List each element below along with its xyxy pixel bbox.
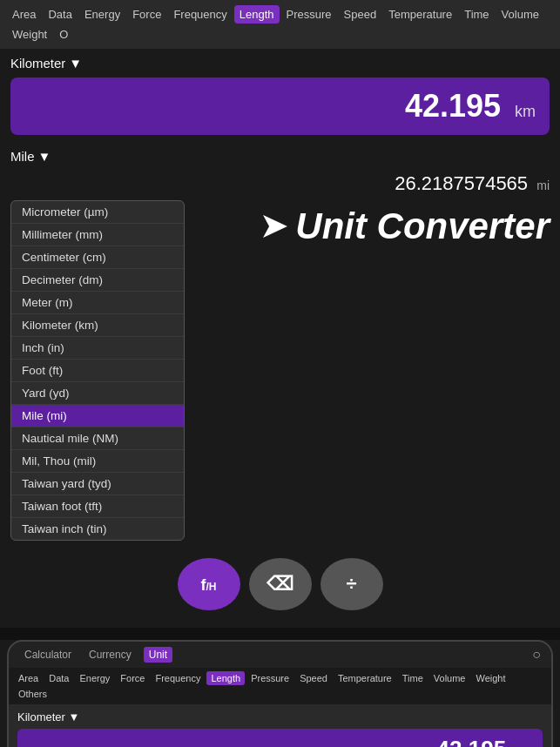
dropdown-item[interactable]: Taiwan inch (tin) bbox=[11, 518, 184, 540]
banner-text: Unit Converter bbox=[295, 205, 550, 247]
device-nav-item-others[interactable]: Others bbox=[14, 687, 51, 701]
divide-icon: ÷ bbox=[346, 573, 356, 596]
top-to-unit-label: Mile bbox=[10, 149, 35, 164]
dropdown-item[interactable]: Nautical mile (NM) bbox=[11, 427, 184, 450]
device-nav-item-frequency[interactable]: Frequency bbox=[151, 671, 205, 685]
unit-converter-banner: ➤ Unit Converter bbox=[260, 205, 550, 247]
device-tab-unit[interactable]: Unit bbox=[144, 647, 172, 663]
device-nav-item-force[interactable]: Force bbox=[116, 671, 149, 685]
dropdown-item[interactable]: Micrometer (µm) bbox=[11, 201, 184, 224]
top-from-unit-label: Kilometer bbox=[10, 56, 65, 71]
divide-button[interactable]: ÷ bbox=[320, 558, 383, 610]
device-dropdown-arrow-icon: ▼ bbox=[69, 710, 80, 723]
top-nav-item-volume[interactable]: Volume bbox=[496, 5, 544, 24]
section-divider bbox=[0, 628, 560, 640]
top-from-unit-dropdown[interactable]: Kilometer ▼ bbox=[10, 56, 82, 71]
device-from-unit-dropdown[interactable]: Kilometer ▼ bbox=[17, 710, 79, 723]
top-section: AreaDataEnergyForceFrequencyLengthPressu… bbox=[0, 0, 560, 628]
top-nav-item-temperature[interactable]: Temperature bbox=[383, 5, 457, 24]
device-close-button[interactable]: ○ bbox=[532, 647, 541, 663]
top-nav-item-data[interactable]: Data bbox=[43, 5, 77, 24]
device-from-value: 42.195 bbox=[437, 736, 507, 747]
fh-button[interactable]: f/H bbox=[178, 558, 240, 610]
dropdown-item[interactable]: Taiwan foot (tft) bbox=[11, 495, 184, 518]
device-nav-item-pressure[interactable]: Pressure bbox=[246, 671, 293, 685]
device-value-display: 42.195 km bbox=[17, 729, 543, 747]
dropdown-item[interactable]: Foot (ft) bbox=[11, 360, 184, 382]
top-from-unit-row: Kilometer ▼ bbox=[0, 49, 560, 77]
dropdown-item[interactable]: Decimeter (dm) bbox=[11, 269, 184, 292]
top-nav-item-energy[interactable]: Energy bbox=[79, 5, 125, 24]
device-frame: CalculatorCurrencyUnit ○ AreaDataEnergyF… bbox=[7, 640, 553, 747]
device-nav-item-time[interactable]: Time bbox=[398, 671, 428, 685]
top-to-unit-row: Mile ▼ bbox=[0, 142, 560, 171]
backspace-button[interactable]: ⌫ bbox=[249, 558, 312, 610]
top-nav-item-force[interactable]: Force bbox=[127, 5, 166, 24]
top-from-value: 42.195 bbox=[405, 88, 501, 124]
top-nav-item-length[interactable]: Length bbox=[234, 5, 280, 24]
top-to-value: 26.2187574565 bbox=[395, 172, 528, 194]
top-to-unit-badge: mi bbox=[536, 178, 550, 192]
device-tab-currency[interactable]: Currency bbox=[84, 647, 137, 663]
top-nav-item-time[interactable]: Time bbox=[459, 5, 494, 24]
device-nav-item-weight[interactable]: Weight bbox=[471, 671, 509, 685]
top-dropdown-panel: Micrometer (µm)Millimeter (mm)Centimeter… bbox=[10, 200, 185, 541]
banner-arrow-icon: ➤ bbox=[260, 208, 287, 245]
device-from-unit-row: Kilometer ▼ bbox=[9, 704, 551, 729]
fh-label: f/H bbox=[201, 573, 217, 596]
dropdown-item[interactable]: Kilometer (km) bbox=[11, 314, 184, 337]
top-nav-bar: AreaDataEnergyForceFrequencyLengthPressu… bbox=[0, 0, 560, 49]
device-nav-item-area[interactable]: Area bbox=[14, 671, 43, 685]
top-nav-item-pressure[interactable]: Pressure bbox=[281, 5, 337, 24]
device-nav-item-temperature[interactable]: Temperature bbox=[334, 671, 396, 685]
top-nav-item-speed[interactable]: Speed bbox=[339, 5, 382, 24]
dropdown-item[interactable]: Inch (in) bbox=[11, 337, 184, 360]
dropdown-item[interactable]: Millimeter (mm) bbox=[11, 224, 184, 246]
top-to-unit-dropdown[interactable]: Mile ▼ bbox=[10, 149, 51, 164]
backspace-icon: ⌫ bbox=[267, 573, 293, 596]
device-nav-item-energy[interactable]: Energy bbox=[76, 671, 115, 685]
device-nav-item-data[interactable]: Data bbox=[44, 671, 73, 685]
device-tab-calculator[interactable]: Calculator bbox=[19, 647, 77, 663]
top-to-value-display: 26.2187574565 mi bbox=[10, 171, 550, 200]
device-nav-item-speed[interactable]: Speed bbox=[295, 671, 332, 685]
close-circle-icon: ○ bbox=[532, 647, 541, 662]
dropdown-item[interactable]: Mile (mi) bbox=[11, 405, 184, 427]
top-value-display: 42.195 km bbox=[10, 77, 550, 135]
device-from-unit-label: Kilometer bbox=[17, 710, 65, 723]
dropdown-item[interactable]: Yard (yd) bbox=[11, 382, 184, 405]
dropdown-item[interactable]: Taiwan yard (tyd) bbox=[11, 473, 184, 495]
top-nav-item-area[interactable]: Area bbox=[7, 5, 41, 24]
top-from-unit-badge: km bbox=[515, 103, 536, 120]
dropdown-item[interactable]: Meter (m) bbox=[11, 292, 184, 314]
device-nav-bar: AreaDataEnergyForceFrequencyLengthPressu… bbox=[9, 668, 551, 704]
device-nav-item-length[interactable]: Length bbox=[206, 671, 245, 685]
top-nav-item-frequency[interactable]: Frequency bbox=[168, 5, 232, 24]
device-top-bar: CalculatorCurrencyUnit ○ bbox=[9, 642, 551, 668]
top-calculator-buttons: f/H ⌫ ÷ bbox=[0, 549, 560, 619]
top-nav-item-o[interactable]: O bbox=[54, 25, 73, 44]
dropdown-item[interactable]: Mil, Thou (mil) bbox=[11, 450, 184, 473]
dropdown-arrow-icon: ▼ bbox=[69, 56, 82, 71]
device-tabs: CalculatorCurrencyUnit bbox=[19, 647, 172, 663]
top-nav-item-weight[interactable]: Weight bbox=[7, 25, 52, 44]
to-dropdown-arrow-icon: ▼ bbox=[38, 149, 51, 164]
dropdown-item[interactable]: Centimeter (cm) bbox=[11, 246, 184, 269]
device-nav-item-volume[interactable]: Volume bbox=[429, 671, 470, 685]
